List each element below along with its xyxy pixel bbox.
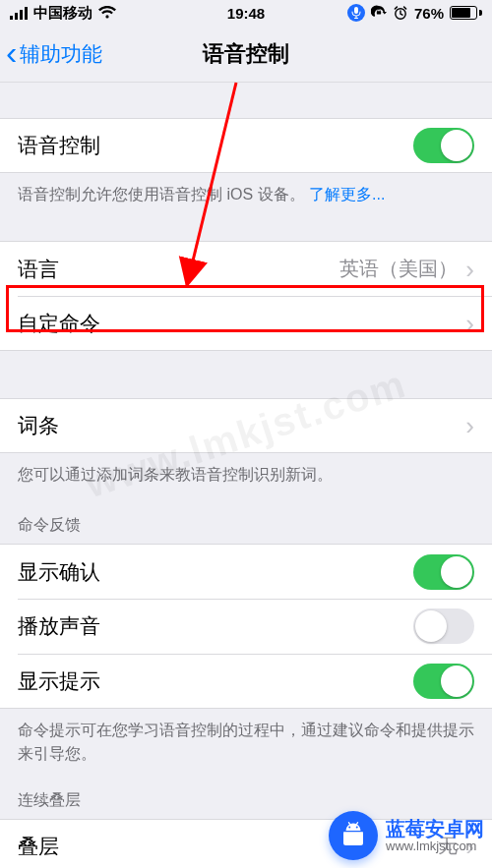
orientation-lock-icon bbox=[371, 5, 387, 21]
row-voice-control[interactable]: 语音控制 bbox=[0, 118, 492, 173]
group-language: 语言 英语（美国） › 自定命令 › bbox=[0, 241, 492, 351]
voice-control-footer: 语音控制允许您使用语音控制 iOS 设备。 了解更多... bbox=[0, 173, 492, 205]
brand-logo-icon bbox=[329, 811, 378, 860]
group-feedback: 命令反馈 显示确认 播放声音 显示提示 命令提示可在您学习语音控制的过程中，通过… bbox=[0, 515, 492, 764]
row-custom-commands[interactable]: 自定命令 › bbox=[0, 296, 492, 351]
status-right: 76% bbox=[347, 4, 482, 22]
brand-overlay: 蓝莓安卓网 www.lmkjst.com bbox=[329, 811, 484, 860]
feedback-footer: 命令提示可在您学习语音控制的过程中，通过建议命令和提供提示来引导您。 bbox=[0, 709, 492, 764]
page-title: 语音控制 bbox=[203, 39, 289, 69]
language-value: 英语（美国） bbox=[339, 256, 458, 282]
battery-percent: 76% bbox=[414, 5, 444, 22]
show-hints-switch[interactable] bbox=[413, 664, 474, 699]
group-voice-control: 语音控制 语音控制允许您使用语音控制 iOS 设备。 了解更多... bbox=[0, 118, 492, 205]
show-confirm-label: 显示确认 bbox=[18, 558, 413, 586]
vocab-footer: 您可以通过添加词条来教语音控制识别新词。 bbox=[0, 453, 492, 486]
status-bar: 中国移动 19:48 76% bbox=[0, 0, 492, 26]
feedback-header: 命令反馈 bbox=[0, 515, 492, 544]
learn-more-link[interactable]: 了解更多... bbox=[309, 186, 385, 203]
voice-indicator-icon bbox=[347, 4, 365, 22]
battery-icon bbox=[450, 6, 482, 20]
brand-url: www.lmkjst.com bbox=[386, 839, 484, 853]
show-hints-label: 显示提示 bbox=[18, 667, 413, 695]
signal-icon bbox=[10, 7, 28, 20]
row-show-confirm[interactable]: 显示确认 bbox=[0, 544, 492, 599]
group-vocab: 词条 › 您可以通过添加词条来教语音控制识别新词。 bbox=[0, 398, 492, 486]
screen: 中国移动 19:48 76% ‹ 辅助功能 bbox=[0, 0, 492, 868]
status-left: 中国移动 bbox=[10, 4, 116, 23]
brand-name: 蓝莓安卓网 bbox=[386, 818, 484, 839]
play-sound-switch[interactable] bbox=[413, 608, 474, 644]
back-label: 辅助功能 bbox=[20, 40, 102, 68]
wifi-icon bbox=[98, 6, 116, 20]
voice-control-switch[interactable] bbox=[413, 128, 474, 163]
language-label: 语言 bbox=[18, 256, 339, 283]
vocab-label: 词条 bbox=[18, 412, 465, 439]
row-language[interactable]: 语言 英语（美国） › bbox=[0, 241, 492, 296]
back-button[interactable]: ‹ 辅助功能 bbox=[6, 26, 102, 82]
show-confirm-switch[interactable] bbox=[413, 554, 474, 590]
custom-commands-label: 自定命令 bbox=[18, 310, 465, 337]
carrier-label: 中国移动 bbox=[33, 4, 92, 23]
play-sound-label: 播放声音 bbox=[18, 612, 413, 640]
row-show-hints[interactable]: 显示提示 bbox=[0, 654, 492, 709]
row-play-sound[interactable]: 播放声音 bbox=[0, 599, 492, 654]
voice-control-label: 语音控制 bbox=[18, 132, 413, 159]
alarm-icon bbox=[393, 5, 408, 21]
row-vocab[interactable]: 词条 › bbox=[0, 398, 492, 453]
nav-bar: ‹ 辅助功能 语音控制 bbox=[0, 26, 492, 83]
